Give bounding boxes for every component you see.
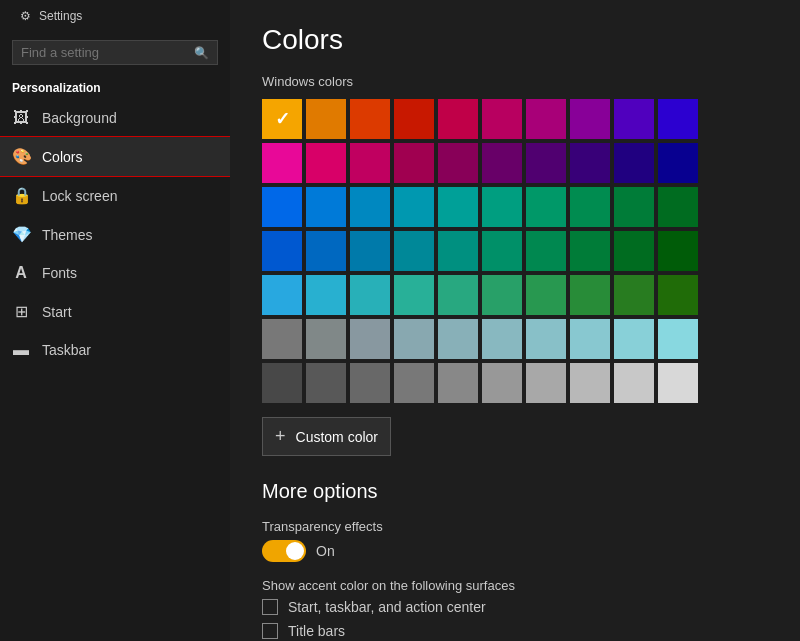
taskbar-icon: ▬ bbox=[12, 341, 30, 359]
search-input[interactable] bbox=[21, 45, 194, 60]
color-swatch[interactable] bbox=[570, 363, 610, 403]
color-swatch[interactable] bbox=[482, 143, 522, 183]
color-swatch[interactable] bbox=[482, 275, 522, 315]
color-swatch[interactable] bbox=[438, 275, 478, 315]
sidebar-item-background[interactable]: 🖼 Background bbox=[0, 99, 230, 137]
color-swatch[interactable] bbox=[438, 99, 478, 139]
color-swatch[interactable] bbox=[394, 275, 434, 315]
color-swatch[interactable] bbox=[394, 99, 434, 139]
color-swatch[interactable] bbox=[658, 275, 698, 315]
fonts-icon: A bbox=[12, 264, 30, 282]
color-swatch[interactable] bbox=[438, 187, 478, 227]
color-swatch[interactable] bbox=[306, 319, 346, 359]
color-swatch[interactable] bbox=[614, 319, 654, 359]
background-icon: 🖼 bbox=[12, 109, 30, 127]
color-swatch[interactable] bbox=[438, 319, 478, 359]
color-swatch[interactable] bbox=[262, 319, 302, 359]
plus-icon: + bbox=[275, 426, 286, 447]
color-swatch[interactable] bbox=[482, 363, 522, 403]
color-swatch[interactable] bbox=[658, 363, 698, 403]
transparency-toggle[interactable] bbox=[262, 540, 306, 562]
color-swatch[interactable] bbox=[394, 231, 434, 271]
color-swatch[interactable] bbox=[482, 231, 522, 271]
color-swatch[interactable] bbox=[614, 99, 654, 139]
sidebar-item-label: Lock screen bbox=[42, 188, 117, 204]
color-swatch[interactable] bbox=[526, 231, 566, 271]
color-swatch[interactable] bbox=[306, 99, 346, 139]
custom-color-button[interactable]: + Custom color bbox=[262, 417, 391, 456]
sidebar-item-label: Themes bbox=[42, 227, 93, 243]
color-swatch[interactable] bbox=[482, 319, 522, 359]
colors-icon: 🎨 bbox=[12, 147, 30, 166]
color-swatch[interactable] bbox=[306, 275, 346, 315]
color-swatch[interactable] bbox=[394, 319, 434, 359]
color-swatch[interactable] bbox=[438, 363, 478, 403]
app-title: Settings bbox=[39, 9, 82, 23]
color-swatch[interactable] bbox=[614, 143, 654, 183]
color-swatch[interactable] bbox=[614, 187, 654, 227]
color-swatch[interactable] bbox=[350, 319, 390, 359]
color-swatch[interactable] bbox=[306, 143, 346, 183]
color-swatch[interactable] bbox=[658, 143, 698, 183]
color-swatch[interactable] bbox=[614, 231, 654, 271]
color-swatch[interactable] bbox=[614, 275, 654, 315]
sidebar-item-colors[interactable]: 🎨 Colors bbox=[0, 137, 230, 176]
color-swatch[interactable] bbox=[350, 187, 390, 227]
color-swatch[interactable] bbox=[306, 363, 346, 403]
sidebar-item-taskbar[interactable]: ▬ Taskbar bbox=[0, 331, 230, 369]
color-swatch[interactable] bbox=[394, 363, 434, 403]
color-swatch[interactable] bbox=[658, 231, 698, 271]
color-swatch[interactable] bbox=[438, 231, 478, 271]
start-taskbar-checkbox[interactable] bbox=[262, 599, 278, 615]
color-swatch[interactable] bbox=[262, 275, 302, 315]
color-swatch[interactable] bbox=[570, 231, 610, 271]
windows-colors-label: Windows colors bbox=[262, 74, 768, 89]
color-swatch[interactable] bbox=[526, 187, 566, 227]
color-swatch[interactable] bbox=[526, 99, 566, 139]
color-swatch[interactable] bbox=[482, 187, 522, 227]
color-swatch[interactable] bbox=[262, 363, 302, 403]
main-content: Colors Windows colors + Custom color Mor… bbox=[230, 0, 800, 641]
color-swatch[interactable] bbox=[658, 187, 698, 227]
color-swatch[interactable] bbox=[570, 143, 610, 183]
settings-icon: ⚙ bbox=[20, 9, 31, 23]
color-swatch[interactable] bbox=[350, 231, 390, 271]
color-swatch[interactable] bbox=[262, 187, 302, 227]
color-swatch[interactable] bbox=[526, 275, 566, 315]
color-swatch[interactable] bbox=[306, 187, 346, 227]
page-title: Colors bbox=[262, 24, 768, 56]
sidebar-item-start[interactable]: ⊞ Start bbox=[0, 292, 230, 331]
color-swatch[interactable] bbox=[526, 363, 566, 403]
color-swatch[interactable] bbox=[350, 275, 390, 315]
accent-surfaces-label: Show accent color on the following surfa… bbox=[262, 578, 768, 593]
color-swatch[interactable] bbox=[394, 187, 434, 227]
sidebar-item-fonts[interactable]: A Fonts bbox=[0, 254, 230, 292]
color-swatch[interactable] bbox=[350, 99, 390, 139]
color-swatch[interactable] bbox=[570, 319, 610, 359]
color-swatch[interactable] bbox=[306, 231, 346, 271]
color-swatch[interactable] bbox=[262, 231, 302, 271]
title-bar: ⚙ Settings bbox=[0, 0, 230, 32]
color-swatch[interactable] bbox=[614, 363, 654, 403]
color-swatch[interactable] bbox=[394, 143, 434, 183]
color-swatch[interactable] bbox=[570, 187, 610, 227]
search-box[interactable]: 🔍 bbox=[12, 40, 218, 65]
sidebar: ⚙ Settings 🔍 Personalization 🖼 Backgroun… bbox=[0, 0, 230, 641]
color-swatch[interactable] bbox=[438, 143, 478, 183]
themes-icon: 💎 bbox=[12, 225, 30, 244]
sidebar-item-lockscreen[interactable]: 🔒 Lock screen bbox=[0, 176, 230, 215]
color-swatch[interactable] bbox=[526, 319, 566, 359]
color-swatch[interactable] bbox=[658, 99, 698, 139]
color-swatch[interactable] bbox=[350, 363, 390, 403]
sidebar-item-themes[interactable]: 💎 Themes bbox=[0, 215, 230, 254]
color-swatch[interactable] bbox=[570, 99, 610, 139]
color-swatch[interactable] bbox=[350, 143, 390, 183]
color-swatch[interactable] bbox=[526, 143, 566, 183]
color-swatch[interactable] bbox=[262, 143, 302, 183]
color-swatch[interactable] bbox=[482, 99, 522, 139]
color-swatch[interactable] bbox=[262, 99, 302, 139]
title-bars-checkbox[interactable] bbox=[262, 623, 278, 639]
accent-surfaces-option: Show accent color on the following surfa… bbox=[262, 578, 768, 639]
color-swatch[interactable] bbox=[570, 275, 610, 315]
color-swatch[interactable] bbox=[658, 319, 698, 359]
